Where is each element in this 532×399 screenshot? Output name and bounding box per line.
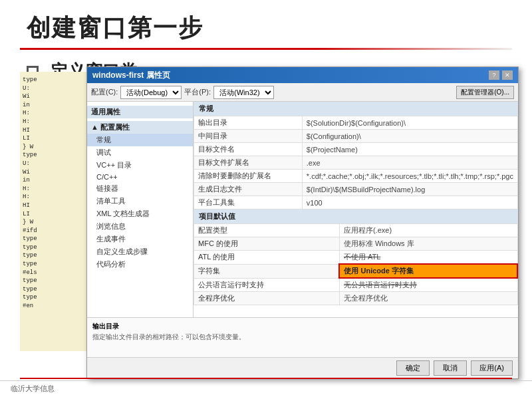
table-row: 公共语言运行时支持 无公共语言运行时支持	[194, 278, 518, 292]
table-row: 目标文件扩展名 .exe	[194, 156, 518, 170]
tree-item-vc-dirs[interactable]: VC++ 目录	[87, 159, 193, 172]
config-manage-button[interactable]: 配置管理器(O)...	[456, 86, 514, 99]
tree-item-code-analysis[interactable]: 代码分析	[87, 258, 193, 271]
table-row: 配置类型 应用程序(.exe)	[194, 224, 518, 237]
output-label: 输出目录	[92, 322, 513, 331]
tree-item-debug[interactable]: 调试	[87, 146, 193, 159]
table-row: 全程序优化 无全程序优化	[194, 292, 518, 305]
tree-general-header[interactable]: 通用属性	[87, 106, 193, 118]
ok-button[interactable]: 确定	[396, 360, 430, 376]
cancel-button[interactable]: 取消	[434, 360, 467, 376]
dialog-footer: 确定 取消 应用(A)	[87, 357, 518, 378]
props-general-header: 常规	[194, 102, 518, 116]
table-row: 字符集 使用 Unicode 字符集	[194, 264, 518, 278]
tree-item-xml-doc[interactable]: XML 文档生成器	[87, 207, 193, 220]
dialog-controls: ? ✕	[489, 70, 513, 80]
tree-config-section: ▲ 配置属性 常规 调试 VC++ 目录 C/C++ 链接器 清单工具 XML …	[87, 120, 193, 272]
tree-panel: 通用属性 ▲ 配置属性 常规 调试 VC++ 目录 C/C++ 链接器 清单工具…	[87, 102, 194, 317]
tree-config-header[interactable]: ▲ 配置属性	[87, 121, 193, 134]
tree-item-linker[interactable]: 链接器	[87, 182, 193, 195]
output-description: 指定输出文件目录的相对路径；可以包含环境变量。	[92, 332, 513, 342]
table-row: ATL 的使用 不使用 ATL	[194, 251, 518, 265]
table-row: 生成日志文件 $(IntDir)\$(MSBuildProjectName).l…	[194, 183, 518, 196]
slide: 创建窗口第一步 定义窗口类 type U: Wi in H: H: HI LI …	[0, 0, 532, 399]
tree-item-custom-build[interactable]: 自定义生成步骤	[87, 245, 193, 258]
tree-general-section: 通用属性	[87, 104, 193, 120]
props-panel: 常规 输出目录 $(SolutionDir)$(Configuration)\ …	[194, 102, 518, 317]
dialog-body: 通用属性 ▲ 配置属性 常规 调试 VC++ 目录 C/C++ 链接器 清单工具…	[87, 102, 518, 317]
platform-dropdown[interactable]: 活动(Win32)	[213, 86, 274, 99]
table-row: 中间目录 $(Configuration)\	[194, 130, 518, 143]
bottom-line	[20, 378, 512, 379]
title-underline	[20, 48, 512, 50]
props-project-table: 配置类型 应用程序(.exe) MFC 的使用 使用标准 Windows 库 A…	[194, 223, 518, 305]
dialog-close-button[interactable]: ✕	[502, 70, 513, 80]
tree-item-build-events[interactable]: 生成事件	[87, 233, 193, 245]
dialog-help-button[interactable]: ?	[489, 70, 499, 80]
table-row: MFC 的使用 使用标准 Windows 库	[194, 237, 518, 251]
table-row: 平台工具集 v100	[194, 196, 518, 209]
dialog-title: windows-first 属性页	[92, 70, 170, 81]
apply-button[interactable]: 应用(A)	[471, 360, 513, 376]
table-row: 目标文件名 $(ProjectName)	[194, 143, 518, 156]
table-row: 清除时要删除的扩展名 *.cdf;*.cache;*.obj;*.ilk;*.r…	[194, 170, 518, 183]
props-project-header: 项目默认值	[194, 209, 518, 223]
footer-left: 临沂大学信息	[11, 384, 55, 394]
tree-item-general[interactable]: 常规	[87, 134, 193, 146]
properties-dialog: windows-first 属性页 ? ✕ 配置(C): 活动(Debug) 平…	[86, 66, 519, 379]
props-general-table: 输出目录 $(SolutionDir)$(Configuration)\ 中间目…	[194, 116, 518, 209]
output-section: 输出目录 指定输出文件目录的相对路径；可以包含环境变量。	[87, 317, 518, 357]
table-row: 输出目录 $(SolutionDir)$(Configuration)\	[194, 116, 518, 130]
config-label: 配置(C):	[91, 87, 118, 97]
slide-title: 创建窗口第一步	[27, 12, 203, 45]
slide-footer: 临沂大学信息	[0, 380, 532, 394]
tree-item-cpp[interactable]: C/C++	[87, 172, 193, 182]
config-bar: 配置(C): 活动(Debug) 平台(P): 活动(Win32) 配置管理器(…	[87, 83, 518, 102]
platform-label: 平台(P):	[184, 87, 211, 97]
config-dropdown[interactable]: 活动(Debug)	[120, 86, 182, 99]
dialog-titlebar: windows-first 属性页 ? ✕	[87, 67, 518, 83]
tree-item-manifest[interactable]: 清单工具	[87, 195, 193, 207]
tree-item-browse[interactable]: 浏览信息	[87, 220, 193, 233]
